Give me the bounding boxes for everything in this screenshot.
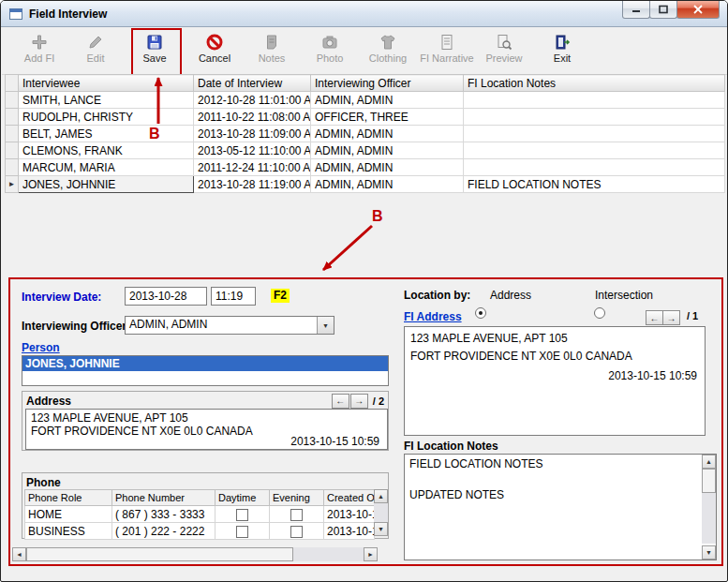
scrollbar-thumb[interactable] <box>26 547 293 561</box>
phone-number[interactable]: ( 867 ) 333 - 3333 <box>112 506 215 523</box>
save-button[interactable]: Save <box>133 30 176 71</box>
cell-date[interactable]: 2011-10-22 11:08:00 AM <box>194 109 311 126</box>
grid-col-officer[interactable]: Interviewing Officer <box>311 75 464 92</box>
edit-label: Edit <box>87 52 105 64</box>
scrollbar-track[interactable] <box>293 547 364 561</box>
cell-officer[interactable]: ADMIN, ADMIN <box>311 176 464 193</box>
detail-horizontal-scrollbar[interactable]: ◄ ► <box>12 547 378 561</box>
cell-location-notes[interactable]: FIELD LOCATION NOTES <box>464 176 725 193</box>
scroll-left-icon[interactable]: ◄ <box>12 547 26 561</box>
cell-officer[interactable]: ADMIN, ADMIN <box>311 126 464 142</box>
fi-narrative-button[interactable]: FI Narrative <box>418 30 476 71</box>
notes-scroll-up-icon[interactable]: ▲ <box>702 455 716 469</box>
phone-number[interactable]: ( 201 ) 222 - 2222 <box>112 523 215 540</box>
cell-date[interactable]: 2011-12-24 11:10:00 AM <box>194 159 311 176</box>
person-link[interactable]: Person <box>22 341 60 354</box>
phone-scroll-down-icon[interactable]: ▼ <box>374 522 388 536</box>
cell-interviewee[interactable]: CLEMONS, FRANK <box>19 142 194 159</box>
grid-row[interactable]: RUDOLPH, CHRISTY 2011-10-22 11:08:00 AM … <box>6 109 725 126</box>
phone-row[interactable]: BUSINESS ( 201 ) 222 - 2222 2013-10-1 <box>25 523 375 540</box>
interview-date-field[interactable]: 2013-10-28 <box>125 287 207 306</box>
cell-date[interactable]: 2013-10-28 11:19:00 AM <box>194 176 311 193</box>
daytime-checkbox[interactable] <box>236 526 248 538</box>
cell-officer[interactable]: OFFICER, THREE <box>311 109 464 126</box>
arrow-to-panel <box>323 226 372 270</box>
phone-role[interactable]: HOME <box>25 506 112 523</box>
notes-scroll-thumb[interactable] <box>702 469 716 493</box>
cell-date[interactable]: 2013-05-12 11:10:00 AM <box>194 142 311 159</box>
cell-location-notes[interactable] <box>464 92 725 109</box>
preview-button[interactable]: Preview <box>480 30 528 71</box>
cell-location-notes[interactable] <box>464 142 725 159</box>
cancel-icon <box>205 32 224 52</box>
cell-date[interactable]: 2013-10-28 11:09:00 AM <box>194 126 311 142</box>
fi-narrative-label: FI Narrative <box>420 52 473 64</box>
phone-scroll-track[interactable] <box>374 503 388 522</box>
combo-dropdown-arrow-icon[interactable]: ▼ <box>317 317 334 334</box>
radio-address-label[interactable]: Address <box>490 289 531 302</box>
interviewing-officer-combobox[interactable]: ADMIN, ADMIN ▼ <box>125 316 334 335</box>
scroll-right-icon[interactable]: ► <box>364 547 378 561</box>
cancel-button[interactable]: Cancel <box>187 30 242 71</box>
grid-col-interviewee[interactable]: Interviewee <box>19 75 194 92</box>
grid-row[interactable]: BELT, JAMES 2013-10-28 11:09:00 AM ADMIN… <box>6 126 725 142</box>
fi-address-prev-button[interactable]: ← <box>646 310 663 325</box>
fi-address-link[interactable]: FI Address <box>404 310 462 323</box>
phone-scroll-up-icon[interactable]: ▲ <box>374 489 388 503</box>
grid-row[interactable]: SMITH, LANCE 2012-10-28 11:01:00 AM ADMI… <box>6 92 725 109</box>
phone-col-daytime[interactable]: Daytime <box>215 490 270 506</box>
cell-interviewee[interactable]: JONES, JOHNNIE <box>19 176 194 193</box>
cell-interviewee[interactable]: SMITH, LANCE <box>19 92 194 109</box>
phone-created[interactable]: 2013-10-1 <box>324 506 375 523</box>
phone-created[interactable]: 2013-10-1 <box>324 523 375 540</box>
phone-col-created[interactable]: Created O <box>324 490 375 506</box>
phone-col-number[interactable]: Phone Number <box>112 490 215 506</box>
grid-row-selected[interactable]: ► JONES, JOHNNIE 2013-10-28 11:19:00 AM … <box>6 176 725 193</box>
address-prev-button[interactable]: ← <box>332 394 349 409</box>
notes-button[interactable]: Notes <box>249 30 294 71</box>
exit-button[interactable]: Exit <box>542 30 583 71</box>
fi-address-next-button[interactable]: → <box>662 310 680 325</box>
minimize-button[interactable] <box>622 1 650 19</box>
cell-location-notes[interactable] <box>464 159 725 176</box>
cell-officer[interactable]: ADMIN, ADMIN <box>311 159 464 176</box>
maximize-button[interactable] <box>649 1 677 19</box>
phone-row[interactable]: HOME ( 867 ) 333 - 3333 2013-10-1 <box>25 506 375 523</box>
fi-address-timestamp: 2013-10-15 10:59 <box>608 369 697 382</box>
cell-date[interactable]: 2012-10-28 11:01:00 AM <box>194 92 311 109</box>
annotation-b-top: B <box>149 126 160 142</box>
clothing-button[interactable]: Clothing <box>362 30 414 71</box>
evening-checkbox[interactable] <box>290 526 303 538</box>
cell-officer[interactable]: ADMIN, ADMIN <box>311 142 464 159</box>
interview-time-field[interactable]: 11:19 <box>211 287 256 306</box>
grid-header-row: Interviewee Date of Interview Interviewi… <box>6 75 725 92</box>
person-listbox[interactable]: JONES, JOHNNIE <box>22 355 389 386</box>
address-next-button[interactable]: → <box>350 394 368 409</box>
phone-col-evening[interactable]: Evening <box>270 490 324 506</box>
notes-line2: UPDATED NOTES <box>409 488 504 501</box>
radio-intersection-label[interactable]: Intersection <box>595 289 653 302</box>
cell-interviewee[interactable]: BELT, JAMES <box>19 126 194 142</box>
phone-role[interactable]: BUSINESS <box>25 523 112 540</box>
notes-scroll-down-icon[interactable]: ▼ <box>702 545 716 560</box>
grid-col-date[interactable]: Date of Interview <box>194 75 311 92</box>
cell-interviewee[interactable]: MARCUM, MARIA <box>19 159 194 176</box>
grid-row[interactable]: CLEMONS, FRANK 2013-05-12 11:10:00 AM AD… <box>6 142 725 159</box>
cell-location-notes[interactable] <box>464 109 725 126</box>
cell-location-notes[interactable] <box>464 126 725 142</box>
edit-button[interactable]: Edit <box>73 30 118 71</box>
radio-address[interactable] <box>475 307 486 319</box>
close-button[interactable] <box>676 1 720 19</box>
grid-row[interactable]: MARCUM, MARIA 2011-12-24 11:10:00 AM ADM… <box>6 159 725 176</box>
fi-location-notes-textarea[interactable]: FIELD LOCATION NOTES UPDATED NOTES ▲ ▼ <box>404 454 717 560</box>
photo-button[interactable]: Photo <box>304 30 356 71</box>
add-fi-button[interactable]: Add FI <box>15 30 64 71</box>
radio-intersection[interactable] <box>594 307 605 319</box>
person-selected-item[interactable]: JONES, JOHNNIE <box>22 356 388 371</box>
cell-interviewee[interactable]: RUDOLPH, CHRISTY <box>19 109 194 126</box>
phone-col-role[interactable]: Phone Role <box>25 490 112 506</box>
evening-checkbox[interactable] <box>290 509 303 521</box>
grid-col-location-notes[interactable]: FI Location Notes <box>464 75 725 92</box>
daytime-checkbox[interactable] <box>236 509 248 521</box>
cell-officer[interactable]: ADMIN, ADMIN <box>311 92 464 109</box>
